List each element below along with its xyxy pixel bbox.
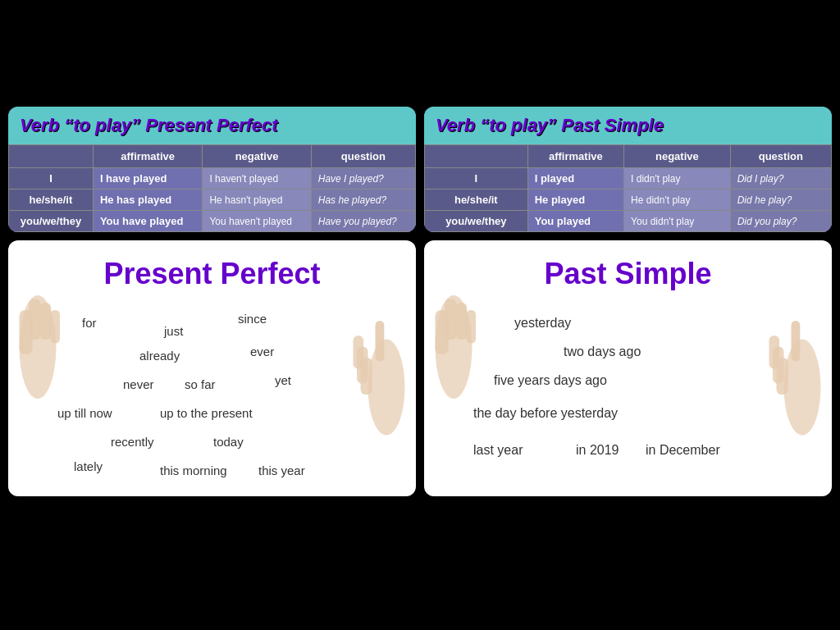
th-empty2 [425,145,528,168]
present-perfect-header: Verb “to play” Present Perfect [8,107,416,144]
question-cell: Did you play? [730,211,831,232]
th-question-ps: question [730,145,831,168]
affirmative-cell: You have played [93,211,203,232]
present-perfect-title: Verb “to play” Present Perfect [20,115,404,136]
keyword-item: ever [250,345,274,358]
keyword-item: just [164,324,183,338]
keyword-item: last year [473,443,523,458]
negative-cell: I haven't played [203,168,311,189]
past-simple-title: Verb “to play” Past Simple [436,115,820,136]
past-simple-header: Verb “to play” Past Simple [424,107,832,144]
affirmative-cell: You played [527,211,623,232]
table-row: I I have played I haven't played Have I … [9,168,416,189]
keyword-item: five years days ago [494,373,607,388]
negative-cell: He hasn't played [203,189,311,211]
keyword-item: the day before yesterday [473,406,618,421]
past-simple-keywords-card: Past Simple yesterdaytwo days agofive ye… [424,240,832,496]
present-perfect-keywords-grid: forjustsincealreadyeverneveryetso farup … [33,299,391,480]
present-perfect-table-card: Verb “to play” Present Perfect affirmati… [8,107,416,232]
present-perfect-keywords-title: Present Perfect [33,257,391,291]
subject-cell: you/we/they [9,211,94,232]
negative-cell: He didn't play [624,189,731,211]
svg-rect-18 [769,336,780,369]
question-cell: Did I play? [730,168,831,189]
keyword-item: in December [646,443,720,458]
past-simple-table: affirmative negative question I I played… [424,144,832,232]
svg-rect-8 [354,336,364,369]
keyword-item: up to the present [160,406,253,420]
past-simple-keywords-title: Past Simple [449,257,807,291]
affirmative-cell: He played [527,189,623,211]
right-hand-icon [346,306,412,454]
question-cell: Have you played? [311,211,415,232]
present-perfect-table: affirmative negative question I I have p… [8,144,416,232]
right-hand-icon-2 [762,306,828,454]
keyword-item: lately [74,459,103,473]
keyword-item: recently [111,435,154,449]
keyword-item: never [123,377,154,391]
svg-point-15 [784,340,821,436]
present-perfect-keywords-card: Present Perfect forjustsincealreadyevern… [8,240,416,496]
past-simple-keywords-grid: yesterdaytwo days agofive years days ago… [449,299,807,480]
keyword-item: already [139,349,180,363]
th-empty [9,145,94,168]
question-cell: Has he played? [311,189,415,211]
keyword-item: in 2019 [576,443,619,458]
th-negative-ps: negative [624,145,731,168]
keyword-item: for [82,316,97,330]
keyword-item: this morning [160,463,227,477]
affirmative-cell: I have played [93,168,203,189]
subject-cell: I [425,168,528,189]
negative-cell: I didn't play [624,168,731,189]
keyword-item: so far [185,377,216,391]
question-cell: Have I played? [311,168,415,189]
table-row: you/we/they You played You didn't play D… [425,211,832,232]
keyword-item: today [213,435,244,449]
keyword-item: yet [275,373,291,387]
negative-cell: You haven't played [203,211,311,232]
subject-cell: I [9,168,94,189]
subject-cell: he/she/it [425,189,528,211]
keyword-item: yesterday [514,316,571,331]
keyword-item: this year [258,463,305,477]
th-affirmative-pp: affirmative [93,145,203,168]
affirmative-cell: He has played [93,189,203,211]
table-row: he/she/it He played He didn't play Did h… [425,189,832,211]
keyword-item: two days ago [564,345,641,359]
table-row: I I played I didn't play Did I play? [425,168,832,189]
table-row: you/we/they You have played You haven't … [9,211,416,232]
keyword-item: since [238,312,267,326]
subject-cell: you/we/they [425,211,528,232]
svg-rect-19 [792,321,801,362]
th-affirmative-ps: affirmative [527,145,623,168]
keyword-item: up till now [57,406,112,420]
svg-rect-9 [376,321,385,362]
past-simple-table-card: Verb “to play” Past Simple affirmative n… [424,107,832,232]
negative-cell: You didn't play [624,211,731,232]
affirmative-cell: I played [527,168,623,189]
svg-point-5 [368,340,405,436]
question-cell: Did he play? [730,189,831,211]
th-negative-pp: negative [203,145,311,168]
table-row: he/she/it He has played He hasn't played… [9,189,416,211]
th-question-pp: question [311,145,415,168]
subject-cell: he/she/it [9,189,94,211]
